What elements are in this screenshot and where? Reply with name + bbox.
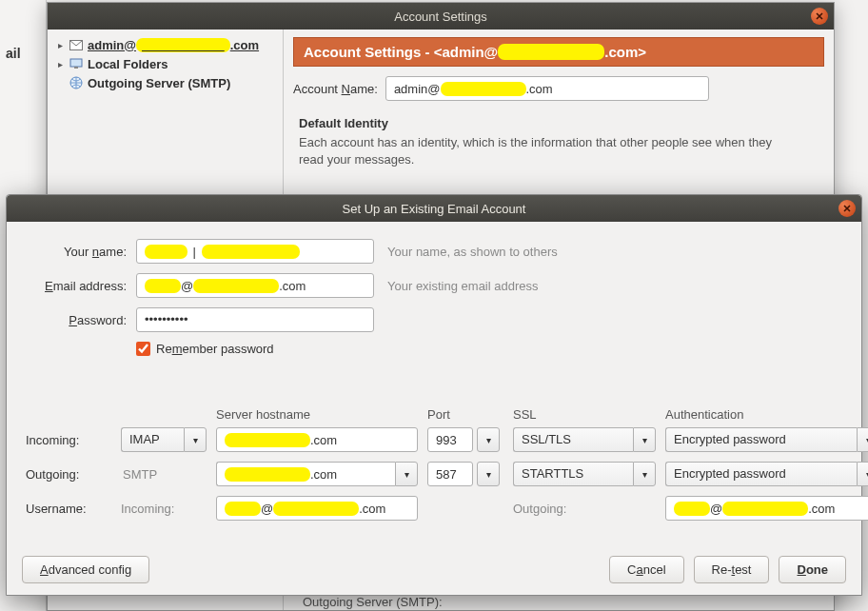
account-settings-header: Account Settings - <admin@xxxxxxxxxxxx.c… bbox=[293, 37, 824, 67]
svg-rect-1 bbox=[70, 59, 82, 67]
email-label: Email address: bbox=[22, 279, 127, 293]
col-hostname: Server hostname bbox=[216, 407, 418, 422]
globe-icon bbox=[69, 75, 84, 90]
username-incoming-sublabel: Incoming: bbox=[121, 502, 207, 516]
col-port: Port bbox=[427, 407, 503, 422]
username-incoming-input[interactable]: xxxx@xxxxxxxxxxxx.com bbox=[216, 496, 418, 521]
your-name-hint: Your name, as shown to others bbox=[384, 245, 846, 259]
default-identity-title: Default Identity bbox=[299, 116, 819, 130]
your-name-label: Your name: bbox=[22, 245, 127, 259]
chevron-down-icon[interactable]: ▾ bbox=[857, 427, 868, 452]
close-icon[interactable] bbox=[811, 8, 828, 25]
account-settings-title: Account Settings bbox=[394, 10, 487, 24]
retest-button[interactable]: Re-test bbox=[694, 556, 770, 583]
incoming-port-input[interactable] bbox=[427, 427, 473, 452]
account-name-label: Account Name: bbox=[293, 82, 378, 96]
outgoing-ssl-select[interactable]: STARTTLS ▾ bbox=[513, 462, 656, 486]
chevron-down-icon[interactable]: ▾ bbox=[184, 427, 207, 452]
done-button[interactable]: Done bbox=[779, 556, 846, 583]
chevron-down-icon[interactable]: ▾ bbox=[633, 427, 656, 452]
chevron-down-icon[interactable]: ▾ bbox=[633, 462, 656, 486]
col-auth: Authentication bbox=[665, 407, 868, 422]
svg-rect-2 bbox=[74, 67, 78, 69]
username-outgoing-sublabel: Outgoing: bbox=[513, 502, 656, 516]
incoming-ssl-select[interactable]: SSL/TLS ▾ bbox=[513, 427, 656, 452]
setup-email-dialog: Set Up an Existing Email Account Your na… bbox=[6, 194, 862, 596]
username-outgoing-input[interactable]: xxxx@xxxxxxxxxxxx.com bbox=[665, 496, 868, 521]
tree-outgoing-server[interactable]: Outgoing Server (SMTP) bbox=[51, 73, 279, 92]
chevron-right-icon[interactable]: ▸ bbox=[55, 59, 65, 69]
email-hint: Your existing email address bbox=[384, 279, 846, 293]
password-label: Password: bbox=[22, 313, 127, 327]
chevron-down-icon[interactable]: ▾ bbox=[395, 462, 418, 486]
incoming-hostname-input[interactable]: xxxxxxxxxxxx.com bbox=[216, 427, 418, 452]
outgoing-hostname-input[interactable]: xxxxxxxxxxxx.com bbox=[216, 462, 395, 486]
outgoing-server-peek: Outgoing Server (SMTP): bbox=[303, 595, 443, 609]
chevron-down-icon[interactable]: ▾ bbox=[477, 427, 500, 452]
close-icon[interactable] bbox=[838, 200, 856, 217]
tree-local-folders-label: Local Folders bbox=[88, 57, 168, 71]
setup-dialog-title: Set Up an Existing Email Account bbox=[343, 202, 526, 216]
tree-account-label: admin@xxxxxxxxxxxx.com bbox=[88, 38, 259, 52]
account-name-input[interactable]: admin@xxxxxxxxxxxx.com bbox=[385, 76, 709, 101]
outgoing-auth-select[interactable]: Encrypted password ▾ bbox=[665, 462, 868, 486]
chevron-right-icon[interactable]: ▸ bbox=[55, 40, 65, 50]
remember-password-label[interactable]: Remember password bbox=[156, 342, 274, 356]
incoming-auth-select[interactable]: Encrypted password ▾ bbox=[665, 427, 868, 452]
incoming-label: Incoming: bbox=[26, 433, 111, 447]
advanced-config-button[interactable]: Advanced config bbox=[22, 556, 149, 583]
tree-outgoing-label: Outgoing Server (SMTP) bbox=[88, 76, 230, 90]
default-identity-desc: Each account has an identity, which is t… bbox=[299, 134, 794, 168]
outgoing-protocol: SMTP bbox=[121, 463, 207, 485]
chevron-down-icon[interactable]: ▾ bbox=[857, 462, 868, 486]
username-label: Username: bbox=[26, 502, 111, 516]
remember-password-checkbox[interactable] bbox=[136, 342, 150, 356]
chevron-down-icon[interactable]: ▾ bbox=[477, 462, 500, 486]
tree-local-folders[interactable]: ▸ Local Folders bbox=[51, 54, 279, 73]
cancel-button[interactable]: Cancel bbox=[609, 556, 683, 583]
tree-account-item[interactable]: ▸ admin@xxxxxxxxxxxx.com bbox=[51, 35, 279, 54]
incoming-protocol-select[interactable]: IMAP ▾ bbox=[121, 427, 207, 452]
monitor-icon bbox=[69, 56, 84, 71]
truncated-sidebar-text: ail bbox=[0, 42, 46, 65]
email-input[interactable]: xxxx@xxxxxxxxxxxx.com bbox=[136, 273, 374, 298]
outgoing-label: Outgoing: bbox=[26, 467, 111, 482]
envelope-icon bbox=[69, 37, 84, 52]
outgoing-port-input[interactable] bbox=[427, 462, 473, 486]
setup-dialog-titlebar: Set Up an Existing Email Account bbox=[7, 195, 861, 222]
your-name-input[interactable]: xxxxx | xxxxxxxxxxxxxx bbox=[136, 239, 374, 264]
password-input[interactable]: •••••••••• bbox=[136, 307, 374, 332]
account-settings-titlebar: Account Settings bbox=[48, 3, 834, 30]
col-ssl: SSL bbox=[513, 407, 656, 422]
